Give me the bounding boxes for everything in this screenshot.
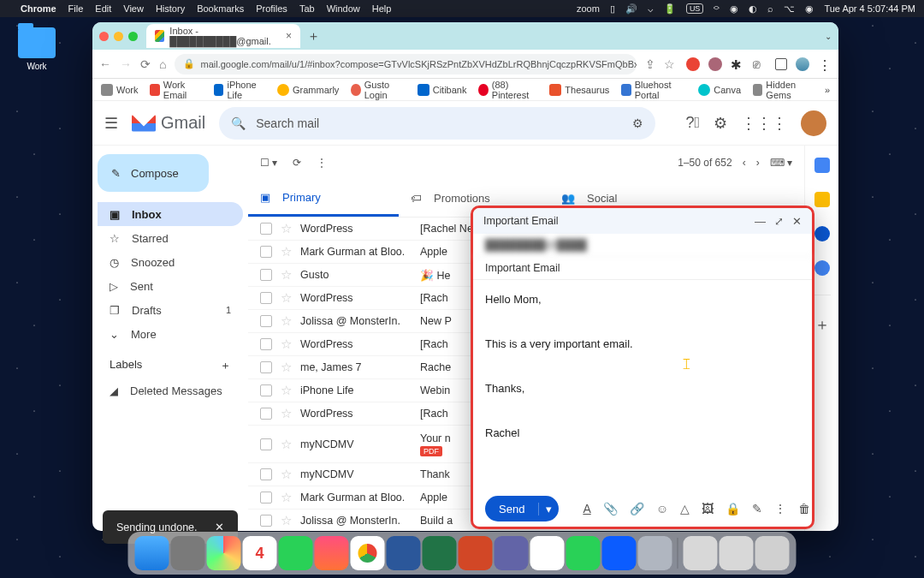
tab-primary[interactable]: ▣Primary — [248, 180, 399, 217]
help-icon[interactable]: ?⃝ — [685, 114, 700, 132]
formatting-options-icon[interactable]: A — [583, 502, 590, 515]
prev-page-icon[interactable]: ‹ — [743, 157, 746, 169]
row-checkbox[interactable] — [260, 361, 272, 373]
star-toggle-icon[interactable]: ☆ — [281, 221, 292, 236]
compose-minimize-icon[interactable]: — — [755, 215, 766, 228]
dock-excel[interactable] — [423, 536, 457, 570]
menu-window[interactable]: Window — [327, 3, 360, 14]
bluetooth-icon[interactable]: ⌵ — [648, 3, 654, 15]
desktop-folder-work[interactable]: Work — [15, 27, 58, 71]
dock-trash[interactable] — [755, 536, 790, 570]
dock-launchpad[interactable] — [207, 536, 241, 570]
nav-sent[interactable]: ▷Sent — [98, 274, 243, 298]
star-toggle-icon[interactable]: ☆ — [281, 244, 292, 259]
row-checkbox[interactable] — [260, 246, 272, 258]
wifi-icon[interactable]: ⌔ — [714, 3, 720, 14]
row-checkbox[interactable] — [260, 338, 272, 350]
input-source[interactable]: US — [686, 3, 704, 14]
extensions-puzzle-icon[interactable]: ✱ — [731, 57, 744, 71]
dock-finder[interactable] — [135, 536, 169, 570]
star-toggle-icon[interactable]: ☆ — [281, 360, 292, 375]
search-options-icon[interactable]: ⚙ — [632, 116, 643, 130]
calendar-sidepanel-icon[interactable] — [814, 158, 830, 173]
spotlight-icon[interactable]: ⌕ — [767, 3, 773, 14]
send-button[interactable]: Send ▾ — [485, 496, 559, 521]
back-button[interactable]: ← — [99, 57, 111, 71]
discard-trash-icon[interactable]: 🗑 — [798, 502, 810, 515]
next-page-icon[interactable]: › — [756, 157, 760, 169]
menu-tab[interactable]: Tab — [299, 3, 315, 14]
star-toggle-icon[interactable]: ☆ — [281, 490, 292, 505]
more-actions-icon[interactable]: ⋮ — [317, 157, 327, 169]
dock-zoom[interactable] — [602, 536, 637, 570]
bookmark-grammarly[interactable]: Grammarly — [277, 84, 339, 96]
compose-to-field[interactable]: ████████@████ — [473, 234, 812, 257]
chrome-menu-icon[interactable]: ⋮ — [818, 57, 832, 71]
clock-icon[interactable]: ◐ — [749, 3, 757, 15]
drive-icon[interactable]: △ — [680, 502, 690, 515]
dock-folder[interactable] — [684, 536, 718, 570]
search-mail-field[interactable]: 🔍 Search mail ⚙ — [219, 107, 655, 140]
reload-button[interactable]: ⟳ — [140, 57, 151, 71]
menu-file[interactable]: File — [68, 3, 84, 14]
row-checkbox[interactable] — [260, 384, 272, 396]
bookmarks-overflow-icon[interactable]: » — [825, 85, 830, 95]
apps-grid-icon[interactable]: ⋮⋮⋮ — [741, 114, 787, 133]
insert-emoji-icon[interactable]: ☺ — [656, 502, 668, 515]
main-menu-icon[interactable]: ☰ — [104, 114, 118, 133]
dock-settings[interactable] — [171, 536, 205, 570]
insert-image-icon[interactable]: 🖼 — [702, 502, 714, 515]
contacts-sidepanel-icon[interactable] — [814, 260, 830, 276]
compose-body[interactable]: 𝙸 Hello Mom, This is a very important em… — [473, 280, 812, 491]
row-checkbox[interactable] — [260, 269, 272, 281]
insert-signature-pen-icon[interactable]: ✎ — [752, 502, 762, 515]
bookmark-iphone-life[interactable]: iPhone Life — [214, 80, 265, 100]
nav-drafts[interactable]: ❐Drafts1 — [98, 298, 243, 322]
dock-calendar[interactable]: 4 — [243, 536, 277, 570]
dock-messages[interactable] — [279, 536, 313, 570]
sidepanel-icon[interactable] — [775, 58, 787, 70]
forward-button[interactable]: → — [120, 57, 132, 71]
bookmark-gusto[interactable]: Gusto Login — [351, 80, 405, 100]
window-fullscreen-button[interactable] — [128, 32, 138, 41]
window-close-button[interactable] — [99, 32, 109, 41]
cast-icon[interactable]: ⎚ — [753, 57, 767, 71]
bookmark-hidden-gems[interactable]: Hidden Gems — [753, 80, 813, 100]
dock-chrome[interactable] — [351, 536, 385, 570]
dock-slack[interactable] — [530, 536, 565, 570]
volume-icon[interactable]: 🔊 — [625, 3, 637, 15]
browser-tab-gmail[interactable]: Inbox - ██████████@gmail. × — [146, 24, 300, 48]
insert-link-icon[interactable]: 🔗 — [630, 502, 644, 515]
bookmark-star-icon[interactable]: ☆ — [664, 57, 675, 71]
window-minimize-button[interactable] — [114, 32, 123, 41]
zoom-label[interactable]: zoom — [577, 3, 600, 14]
menu-edit[interactable]: Edit — [95, 3, 111, 14]
menu-bookmarks[interactable]: Bookmarks — [197, 3, 244, 14]
star-toggle-icon[interactable]: ☆ — [281, 313, 292, 329]
star-toggle-icon[interactable]: ☆ — [281, 267, 292, 283]
menubar-app-name[interactable]: Chrome — [21, 3, 56, 14]
bookmark-canva[interactable]: Canva — [698, 84, 741, 96]
menubar-datetime[interactable]: Tue Apr 4 5:07:44 PM — [824, 3, 915, 14]
nav-more[interactable]: ⌄More — [98, 322, 243, 346]
row-checkbox[interactable] — [260, 408, 272, 420]
extension-notification-icon[interactable] — [686, 57, 700, 71]
confidential-mode-lock-icon[interactable]: 🔒 — [726, 502, 740, 515]
compose-close-icon[interactable]: ✕ — [792, 215, 802, 228]
compose-button[interactable]: ✎ Compose — [98, 154, 209, 192]
bookmark-pinterest[interactable]: (88) Pinterest — [478, 80, 537, 100]
dock-powerpoint[interactable] — [459, 536, 493, 570]
star-toggle-icon[interactable]: ☆ — [281, 383, 292, 398]
star-toggle-icon[interactable]: ☆ — [281, 337, 292, 352]
dock-facetime[interactable] — [566, 536, 601, 570]
keep-sidepanel-icon[interactable] — [814, 192, 830, 207]
refresh-icon[interactable]: ⟳ — [293, 157, 301, 169]
addons-plus-icon[interactable]: ＋ — [814, 314, 830, 330]
bookmark-work[interactable]: Work — [101, 84, 138, 96]
star-toggle-icon[interactable]: ☆ — [281, 437, 292, 452]
row-checkbox[interactable] — [260, 438, 272, 450]
select-all-checkbox[interactable]: ☐ ▾ — [260, 157, 277, 169]
menu-history[interactable]: History — [156, 3, 185, 14]
user-icon[interactable]: ◉ — [730, 3, 738, 15]
dock-preview[interactable] — [638, 536, 672, 570]
